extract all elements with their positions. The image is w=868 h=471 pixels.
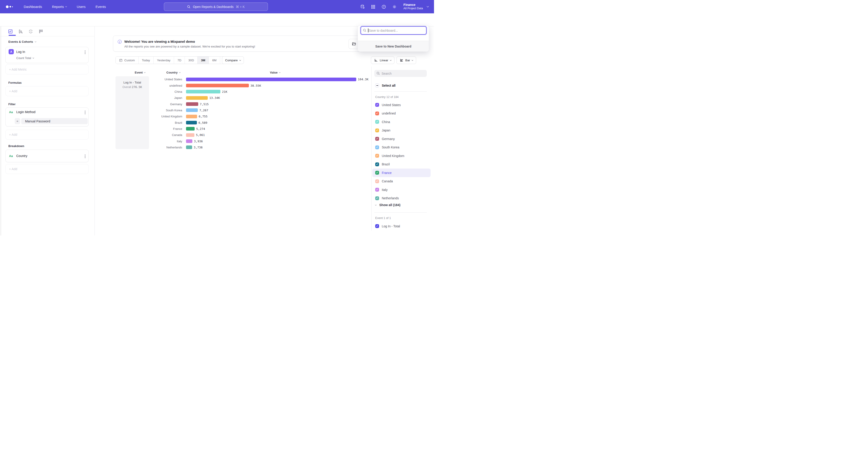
bar-category-label: undefined [150, 84, 182, 87]
country-segment-list: ✓United States✓undefined✓China✓Japan✓Ger… [372, 101, 431, 203]
line-mode-selector[interactable]: Linear [371, 56, 395, 64]
checked-checkbox-icon: ✓ [375, 137, 379, 141]
show-all-button[interactable]: Show all (184) [375, 203, 400, 207]
country-option-germany[interactable]: ✓Germany [372, 135, 431, 143]
country-option-label: Germany [382, 137, 395, 141]
metric-options-button[interactable] [85, 51, 86, 54]
filter-operator-selector[interactable]: = [15, 118, 20, 124]
segment-search-input[interactable] [374, 70, 427, 77]
project-switcher[interactable]: Finance All Project Data [403, 3, 423, 10]
help-icon[interactable] [381, 4, 386, 9]
data-settings-icon[interactable] [360, 4, 365, 9]
bar-segment[interactable] [186, 145, 192, 149]
filter-card[interactable]: Aa Login Method = Manual Password [5, 108, 89, 126]
event-cell[interactable]: Log In - Total Overall 276.5K [116, 76, 149, 149]
tab-insights-icon[interactable] [8, 29, 13, 34]
gear-icon[interactable] [392, 4, 397, 9]
range-3m[interactable]: 3M [197, 57, 209, 64]
bar-segment[interactable] [186, 84, 249, 87]
add-metric-button[interactable]: + Add Metric [5, 64, 89, 75]
search-shortcut: ⌘ + K [236, 5, 245, 8]
country-option-united-kingdom[interactable]: ✓United Kingdom [372, 152, 431, 160]
filter-value-selector[interactable]: Manual Password [21, 118, 88, 124]
country-option-china[interactable]: ✓China [372, 118, 431, 126]
checked-checkbox-icon: ✓ [375, 145, 379, 149]
bar-segment[interactable] [186, 139, 192, 143]
save-to-dashboard-popover: Save to New Dashboard [358, 25, 429, 52]
global-search-button[interactable]: Open Reports & Dashboards ⌘ + K [164, 2, 268, 11]
bar-category-label: Germany [150, 102, 182, 106]
bar-segment[interactable] [186, 121, 197, 124]
country-option-label: Canada [382, 179, 393, 183]
bar-segment[interactable] [186, 127, 195, 130]
add-formula-button[interactable]: + Add [5, 86, 89, 96]
range-today[interactable]: Today [138, 57, 153, 64]
bar-value-label: 6,589 [198, 121, 207, 124]
add-breakdown-button[interactable]: + Add [5, 164, 89, 174]
country-option-france[interactable]: ✓France [372, 169, 431, 177]
mixpanel-logo-icon[interactable] [6, 5, 13, 8]
event-option[interactable]: ✓ Log In - Total [372, 222, 431, 231]
events-cohorts-header[interactable]: Events & Cohorts [8, 40, 36, 43]
chevron-down-icon [427, 5, 429, 7]
breakdown-header: Breakdown [8, 144, 24, 148]
column-header-value[interactable]: Value [270, 71, 280, 74]
country-option-netherlands[interactable]: ✓Netherlands [372, 194, 431, 203]
calendar-icon [119, 59, 123, 62]
country-option-canada[interactable]: ✓Canada [372, 177, 431, 186]
country-option-brazil[interactable]: ✓Brazil [372, 160, 431, 169]
bar-segment[interactable] [186, 133, 194, 137]
nav-item-dashboards[interactable]: Dashboards [24, 5, 42, 8]
tab-retention-icon[interactable] [38, 29, 43, 34]
apps-grid-icon[interactable] [371, 4, 376, 9]
bar-segment[interactable] [186, 115, 197, 118]
metric-card[interactable]: A Log In Count Total [5, 47, 89, 63]
bar-segment[interactable] [186, 108, 198, 112]
nav-item-users[interactable]: Users [76, 5, 86, 8]
chevron-down-icon [32, 57, 34, 59]
column-header-country[interactable]: Country [166, 71, 180, 74]
banner-subtitle: All the reports you see are powered by a… [124, 45, 255, 48]
chart-row-germany: Germany7,515 [150, 101, 367, 107]
range-yesterday[interactable]: Yesterday [153, 57, 174, 64]
country-option-south-korea[interactable]: ✓South Korea [372, 143, 431, 152]
nav-item-reports[interactable]: Reports [52, 5, 67, 8]
nav-item-events[interactable]: Events [96, 5, 106, 8]
bar-value-label: 6,755 [199, 115, 208, 118]
range-30d[interactable]: 30D [185, 57, 197, 64]
country-option-undefined[interactable]: ✓undefined [372, 109, 431, 118]
compare-button[interactable]: Compare [222, 56, 244, 64]
country-option-united-states[interactable]: ✓United States [372, 101, 431, 109]
bar-segment[interactable] [186, 96, 208, 100]
project-scope: All Project Data [403, 7, 423, 10]
bar-segment[interactable] [186, 102, 198, 106]
tab-funnels-icon[interactable] [18, 29, 23, 34]
chart-type-selector[interactable]: Bar [397, 56, 416, 64]
country-option-label: Japan [382, 128, 391, 132]
range-7d[interactable]: 7D [174, 57, 185, 64]
save-dashboard-search-input[interactable] [361, 26, 427, 35]
bar-segment[interactable] [186, 90, 220, 93]
country-option-japan[interactable]: ✓Japan [372, 126, 431, 135]
breakdown-options-button[interactable] [85, 154, 86, 158]
select-all-checkbox[interactable]: Select all [375, 84, 396, 87]
filter-options-button[interactable] [85, 111, 86, 114]
info-icon: i [118, 40, 122, 44]
filter-header: Filter [8, 102, 16, 106]
filter-property-name[interactable]: Login Method [16, 110, 35, 114]
range-custom[interactable]: Custom [116, 57, 138, 64]
search-icon [363, 29, 366, 32]
country-option-italy[interactable]: ✓Italy [372, 185, 431, 194]
range-6m[interactable]: 6M [209, 57, 220, 64]
bar-value-label: 5,061 [196, 133, 205, 137]
metric-name[interactable]: Log In [16, 50, 25, 54]
breakdown-property-name[interactable]: Country [16, 154, 27, 158]
bar-segment[interactable] [186, 78, 356, 81]
save-to-new-dashboard-button[interactable]: Save to New Dashboard [358, 41, 429, 52]
aggregation-selector[interactable]: Count Total [16, 56, 34, 60]
column-header-event[interactable]: Event [135, 71, 145, 74]
breakdown-card[interactable]: Aa Country [5, 150, 89, 162]
report-header: Untitled + Add description... Save [0, 13, 434, 27]
add-filter-button[interactable]: + Add [5, 129, 89, 140]
tab-flows-icon[interactable] [28, 29, 33, 34]
